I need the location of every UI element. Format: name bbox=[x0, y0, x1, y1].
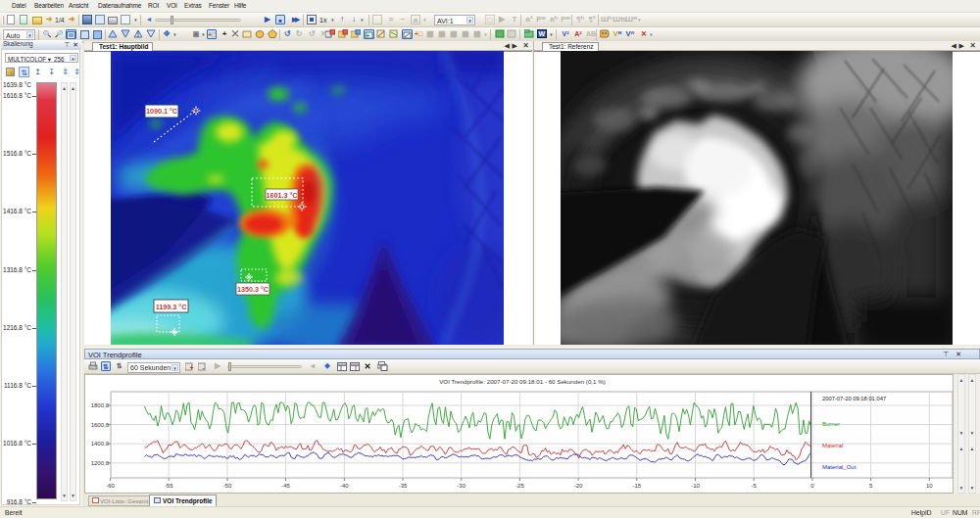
svg-text:-15: -15 bbox=[632, 483, 641, 489]
svg-text:-5: -5 bbox=[752, 483, 758, 489]
svg-text:-50: -50 bbox=[223, 483, 232, 489]
svg-text:1090.1 °C: 1090.1 °C bbox=[146, 107, 177, 116]
svg-text:1600,0: 1600,0 bbox=[91, 422, 110, 428]
svg-text:1400,0: 1400,0 bbox=[91, 441, 110, 447]
svg-text:+: + bbox=[366, 32, 369, 39]
svg-text:1199.3 °C: 1199.3 °C bbox=[156, 303, 187, 311]
svg-text:-35: -35 bbox=[399, 483, 408, 489]
svg-text:-20: -20 bbox=[574, 483, 583, 489]
svg-text:Material_Out: Material_Out bbox=[822, 464, 857, 470]
svg-text:10: 10 bbox=[926, 483, 933, 489]
svg-text:1350.3 °C: 1350.3 °C bbox=[237, 285, 269, 294]
svg-text:Material: Material bbox=[822, 443, 843, 448]
svg-text:-25: -25 bbox=[515, 483, 524, 489]
svg-text:-60: -60 bbox=[106, 483, 115, 489]
svg-text:Burner: Burner bbox=[822, 421, 840, 427]
svg-text:VOI Trendprofile: 2007-07-20 0: VOI Trendprofile: 2007-07-20 09:18:01 - … bbox=[439, 378, 606, 385]
svg-text:-40: -40 bbox=[340, 483, 349, 489]
svg-text:1200,0: 1200,0 bbox=[91, 460, 110, 466]
svg-text:-10: -10 bbox=[691, 483, 700, 489]
svg-text:-55: -55 bbox=[165, 483, 173, 489]
svg-text:-30: -30 bbox=[457, 483, 466, 489]
svg-text:W: W bbox=[539, 30, 546, 37]
svg-text:-45: -45 bbox=[281, 483, 290, 489]
svg-text:1800,0: 1800,0 bbox=[91, 402, 110, 408]
svg-text:+: + bbox=[190, 364, 194, 371]
svg-text:2007-07-20 09:18:01.047: 2007-07-20 09:18:01.047 bbox=[822, 396, 886, 401]
svg-text:1601.3 °C: 1601.3 °C bbox=[266, 191, 297, 200]
